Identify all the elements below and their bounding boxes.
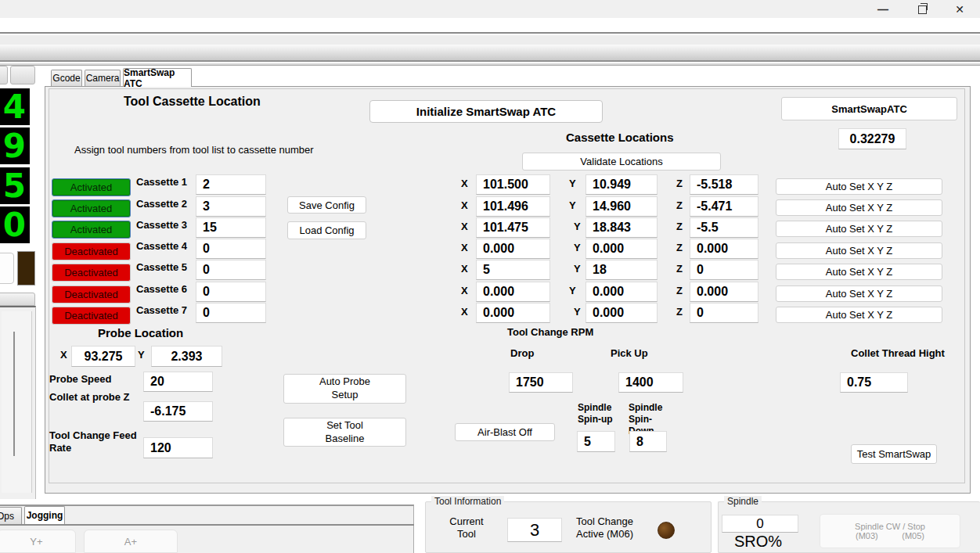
cassette-2-y-field[interactable] <box>585 196 658 217</box>
current-tool-value: 3 <box>507 518 562 542</box>
collet-thread-hight-field[interactable] <box>840 372 908 393</box>
brown-color-swatch[interactable] <box>17 251 35 285</box>
cassette-7-status-button[interactable]: Deactivated <box>52 307 131 325</box>
pickup-rpm-field[interactable] <box>618 372 683 393</box>
spin-up-field[interactable] <box>577 431 615 452</box>
test-smartswap-button[interactable]: Test SmartSwap <box>851 444 937 464</box>
cassette-7-z-field[interactable] <box>690 303 758 323</box>
tab-smartswap-atc[interactable]: SmartSwap ATC <box>123 68 192 87</box>
load-config-button[interactable]: Load Config <box>287 221 366 239</box>
cassette-6-tool-input[interactable] <box>196 282 266 302</box>
cassette-1-auto-set-button[interactable]: Auto Set X Y Z <box>776 178 942 195</box>
cassette-5-x-field[interactable] <box>476 260 550 280</box>
cassette-4-x-field[interactable] <box>476 239 550 259</box>
dro-readout-1: 4 <box>0 88 30 125</box>
spindle-cw-stop-button[interactable]: Spindle CW / Stop (M03) (M05) <box>820 514 960 548</box>
cassette-7-tool-input[interactable] <box>196 303 266 323</box>
auto-probe-setup-button[interactable]: Auto Probe Setup <box>283 374 406 404</box>
x-axis-label: X <box>461 306 468 318</box>
jog-a-plus-button[interactable]: A+ <box>84 530 178 553</box>
cassette-4-y-field[interactable] <box>585 239 658 259</box>
cassette-7-auto-set-button[interactable]: Auto Set X Y Z <box>776 307 942 323</box>
cassette-5-status-button[interactable]: Deactivated <box>52 264 131 282</box>
smartswapatc-button[interactable]: SmartSwapATC <box>781 97 957 120</box>
slider-track[interactable] <box>13 332 15 456</box>
cassette-3-y-field[interactable] <box>585 217 658 238</box>
set-tool-baseline-button[interactable]: Set Tool Baseline <box>283 418 406 447</box>
cassette-4-tool-input[interactable] <box>196 239 266 259</box>
cassette-3-z-field[interactable] <box>690 217 758 238</box>
cassette-5-tool-input[interactable] <box>196 260 266 280</box>
cassette-2-x-field[interactable] <box>476 196 550 217</box>
z-axis-label: Z <box>676 178 683 189</box>
cassette-7-x-field[interactable] <box>476 303 550 323</box>
cassette-2-tool-input[interactable] <box>196 196 266 217</box>
smartswap-value-field[interactable]: 0.32279 <box>838 128 906 149</box>
cassette-3-status-button[interactable]: Activated <box>52 221 131 239</box>
left-white-swatch[interactable] <box>0 253 14 284</box>
cassette-6-y-field[interactable] <box>585 282 658 302</box>
cassette-1-z-field[interactable] <box>690 174 758 195</box>
air-blast-button[interactable]: Air-Blast Off <box>455 423 555 441</box>
tool-change-feed-rate-field[interactable] <box>143 437 213 458</box>
cassette-6-status-button[interactable]: Deactivated <box>52 285 131 303</box>
dro-readout-4: 0 <box>0 206 30 243</box>
cassette-6-auto-set-button[interactable]: Auto Set X Y Z <box>776 285 942 302</box>
dro-readout-3: 5 <box>0 167 30 204</box>
validate-locations-button[interactable]: Validate Locations <box>522 153 721 171</box>
cassette-3-tool-input[interactable] <box>196 217 266 238</box>
cassette-1-status-button[interactable]: Activated <box>52 178 131 196</box>
probe-speed-label: Probe Speed <box>49 373 111 385</box>
restore-button[interactable] <box>910 2 934 16</box>
z-axis-label: Z <box>676 306 683 318</box>
cassette-1-tool-input[interactable] <box>196 174 266 195</box>
tab-camera[interactable]: Camera <box>85 70 121 86</box>
left-cap-button-2[interactable] <box>10 66 35 84</box>
cassette-6-x-field[interactable] <box>476 282 550 302</box>
collet-at-probe-z-field[interactable] <box>143 401 213 422</box>
cassette-5-y-field[interactable] <box>585 260 658 280</box>
y-axis-label: Y <box>574 306 581 318</box>
tab-jogging-label: Jogging <box>27 510 63 521</box>
cassette-7-y-field[interactable] <box>585 303 658 323</box>
cassette-1-x-field[interactable] <box>476 174 550 195</box>
save-config-button[interactable]: Save Config <box>287 196 366 214</box>
cassette-2-auto-set-button[interactable]: Auto Set X Y Z <box>776 199 942 216</box>
tab-gcode[interactable]: Gcode <box>51 70 82 86</box>
cassette-3-auto-set-button[interactable]: Auto Set X Y Z <box>776 221 942 237</box>
probe-speed-field[interactable] <box>143 372 213 392</box>
cassette-2-z-field[interactable] <box>690 196 758 217</box>
spindle-cw-stop-line1: Spindle CW / Stop <box>855 522 925 531</box>
minimize-button[interactable]: — <box>871 2 895 16</box>
probe-x-field[interactable] <box>71 346 135 367</box>
y-axis-label: Y <box>574 263 581 275</box>
tab-jogging[interactable]: Jogging <box>24 506 65 524</box>
sro-value-field[interactable]: 0 <box>722 515 798 533</box>
y-axis-label: Y <box>569 285 576 296</box>
cassette-4-status-button[interactable]: Deactivated <box>52 242 131 260</box>
menu-band <box>0 18 980 34</box>
cassette-2-status-button[interactable]: Activated <box>52 199 131 217</box>
left-cap-button[interactable] <box>0 66 8 84</box>
x-axis-label: X <box>461 178 468 189</box>
spin-down-field[interactable] <box>629 431 667 452</box>
cassette-3-x-field[interactable] <box>476 217 550 238</box>
tab-ops[interactable]: Ops <box>0 507 22 524</box>
probe-y-field[interactable] <box>151 346 222 367</box>
initialize-smartswap-button[interactable]: Initialize SmartSwap ATC <box>369 100 603 123</box>
z-axis-label: Z <box>676 263 683 275</box>
cassette-1-y-field[interactable] <box>585 174 658 195</box>
cassette-5-auto-set-button[interactable]: Auto Set X Y Z <box>776 264 942 280</box>
cassette-6-z-field[interactable] <box>690 282 758 302</box>
y-axis-label: Y <box>574 221 581 232</box>
z-axis-label: Z <box>676 199 683 211</box>
cassette-4-z-field[interactable] <box>690 239 758 259</box>
close-button[interactable]: ✕ <box>948 2 971 16</box>
z-axis-label: Z <box>676 242 683 253</box>
jog-y-plus-button[interactable]: Y+ <box>0 530 76 553</box>
toolbar-band-upper <box>0 35 980 45</box>
drop-rpm-field[interactable] <box>509 372 573 393</box>
cassette-4-auto-set-button[interactable]: Auto Set X Y Z <box>776 242 942 259</box>
spindle-cw-stop-line2: (M03) (M05) <box>856 531 924 540</box>
cassette-5-z-field[interactable] <box>690 260 758 280</box>
